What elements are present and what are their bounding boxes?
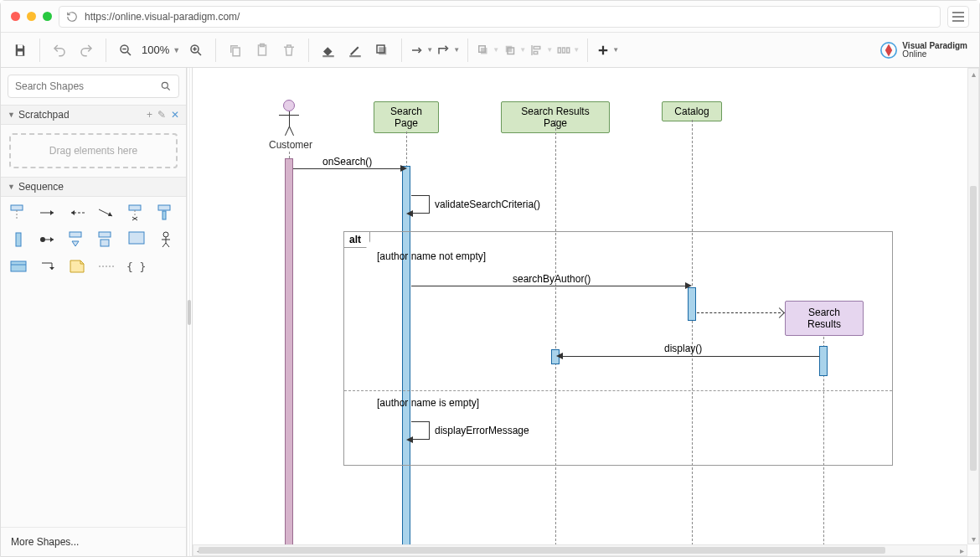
palette-activation-lifeline-icon[interactable]	[155, 204, 177, 222]
main-toolbar: 100% ▼ ▼ ▼	[1, 33, 979, 68]
svg-rect-44	[11, 261, 26, 271]
svg-marker-35	[72, 241, 79, 246]
msg-display-error-self-arrow	[406, 436, 413, 443]
msg-validate-self-arrow	[406, 210, 413, 217]
msg-create-search-results[interactable]	[697, 312, 781, 313]
drag-hint-text: Drag elements here	[49, 145, 137, 157]
msg-validate-self[interactable]	[411, 195, 430, 214]
palette-lifeline-icon[interactable]	[8, 204, 29, 222]
distribute-button[interactable]: ▼	[555, 38, 580, 63]
redo-button[interactable]	[74, 38, 99, 63]
maximize-window-button[interactable]	[43, 12, 52, 21]
scratchpad-section-head[interactable]: ▼ Scratchpad + ✎ ✕	[1, 105, 186, 125]
msg-search-by-author-label: searchByAuthor()	[513, 273, 591, 285]
minimize-window-button[interactable]	[27, 12, 36, 21]
lifeline-search-results-label: Search Results	[807, 307, 841, 330]
waypoint-style-button[interactable]: ▼	[436, 38, 461, 63]
to-back-button[interactable]: ▼	[502, 38, 527, 63]
lifeline-search-page-label: Search Page	[390, 106, 422, 129]
msg-display-error-self[interactable]	[411, 421, 430, 440]
lifeline-search-page[interactable]: Search Page	[374, 101, 439, 133]
palette-note-icon[interactable]	[66, 257, 88, 276]
connector-style-button[interactable]: ▼	[409, 38, 434, 63]
palette-call-arrow-icon[interactable]	[37, 204, 59, 222]
palette-async-arrow-icon[interactable]	[95, 204, 117, 222]
msg-display-error-label: displayErrorMessage	[435, 425, 529, 436]
palette-boundary-lifeline-icon[interactable]	[95, 230, 117, 249]
diagram-canvas[interactable]: Customer Search Page Search Results Page…	[193, 68, 967, 544]
activation-customer[interactable]	[285, 158, 293, 544]
svg-rect-27	[129, 205, 141, 210]
msg-display[interactable]	[561, 356, 819, 357]
canvas-h-scrollbar[interactable]: ◂ ▸	[193, 544, 967, 556]
scratchpad-add-icon[interactable]: +	[147, 109, 152, 121]
alt-tag: alt	[343, 231, 370, 248]
caret-down-icon: ▼	[8, 111, 15, 119]
url-text: https://online.visual-paradigm.com/	[85, 11, 240, 23]
scroll-down-arrow[interactable]: ▾	[968, 534, 978, 544]
scratchpad-edit-icon[interactable]: ✎	[157, 109, 166, 121]
sidebar-resize-handle[interactable]	[187, 68, 193, 556]
palette-activation-block-icon[interactable]	[8, 230, 29, 249]
sequence-section-head[interactable]: ▼ Sequence	[1, 177, 186, 197]
palette-frame-icon[interactable]	[8, 257, 29, 276]
add-button[interactable]: ▼	[595, 38, 620, 63]
canvas-v-scrollbar[interactable]: ▴ ▾	[967, 68, 979, 544]
svg-line-43	[166, 243, 169, 247]
svg-rect-4	[233, 48, 240, 56]
address-bar[interactable]: https://online.visual-paradigm.com/	[59, 6, 941, 28]
search-shapes-input[interactable]	[15, 80, 160, 92]
more-shapes-link[interactable]: More Shapes...	[1, 527, 186, 556]
svg-rect-18	[563, 48, 565, 53]
copy-button[interactable]	[223, 38, 248, 63]
palette-recursive-icon[interactable]	[37, 257, 59, 276]
align-button[interactable]: ▼	[529, 38, 554, 63]
lifeline-catalog[interactable]: Catalog	[662, 101, 722, 121]
palette-return-arrow-icon[interactable]	[66, 204, 88, 222]
shadow-button[interactable]	[369, 38, 395, 63]
palette-actor-icon[interactable]	[155, 230, 177, 249]
visual-paradigm-logo-icon	[880, 42, 897, 59]
scroll-up-arrow[interactable]: ▴	[968, 69, 978, 79]
svg-rect-37	[101, 240, 109, 246]
svg-rect-13	[506, 45, 513, 52]
palette-control-lifeline-icon[interactable]	[126, 230, 147, 249]
zoom-level-label: 100%	[142, 44, 169, 56]
scroll-right-arrow[interactable]: ▸	[957, 545, 967, 555]
close-window-button[interactable]	[11, 12, 20, 21]
zoom-in-button[interactable]	[183, 38, 209, 63]
sidebar: ▼ Scratchpad + ✎ ✕ Drag elements here ▼ …	[1, 68, 187, 556]
msg-display-label: display()	[664, 343, 702, 354]
zoom-out-button[interactable]	[113, 38, 138, 63]
v-scroll-thumb[interactable]	[970, 186, 977, 471]
paste-button[interactable]	[250, 38, 275, 63]
undo-button[interactable]	[47, 38, 72, 63]
msg-search-by-author[interactable]	[411, 286, 688, 286]
fill-color-button[interactable]	[316, 38, 341, 63]
browser-menu-button[interactable]	[947, 6, 969, 28]
h-scroll-thumb[interactable]	[199, 547, 885, 554]
svg-point-39	[163, 232, 168, 237]
scratchpad-dropzone[interactable]: Drag elements here	[9, 133, 178, 168]
palette-separator-icon[interactable]	[95, 257, 117, 276]
palette-found-message-icon[interactable]	[37, 230, 59, 249]
search-icon	[160, 80, 172, 92]
to-front-button[interactable]: ▼	[475, 38, 500, 63]
browser-bar: https://online.visual-paradigm.com/	[1, 1, 979, 33]
save-button[interactable]	[8, 38, 33, 63]
msg-on-search[interactable]	[293, 168, 402, 169]
delete-button[interactable]	[276, 38, 302, 63]
search-shapes-box[interactable]	[8, 75, 179, 98]
stroke-color-button[interactable]	[343, 38, 368, 63]
palette-entity-lifeline-icon[interactable]	[66, 230, 88, 249]
palette-brace-icon[interactable]: { }	[126, 257, 147, 276]
brand-logo[interactable]: Visual Paradigm Online	[875, 42, 972, 59]
msg-search-by-author-arrow	[685, 282, 692, 289]
scratchpad-close-icon[interactable]: ✕	[171, 109, 179, 121]
msg-display-arrow	[556, 353, 563, 359]
scratchpad-label: Scratchpad	[18, 109, 70, 121]
palette-destroy-lifeline-icon[interactable]	[126, 204, 147, 222]
lifeline-search-results[interactable]: Search Results	[785, 301, 864, 336]
zoom-level-dropdown[interactable]: 100% ▼	[140, 44, 182, 56]
svg-rect-29	[158, 205, 170, 210]
